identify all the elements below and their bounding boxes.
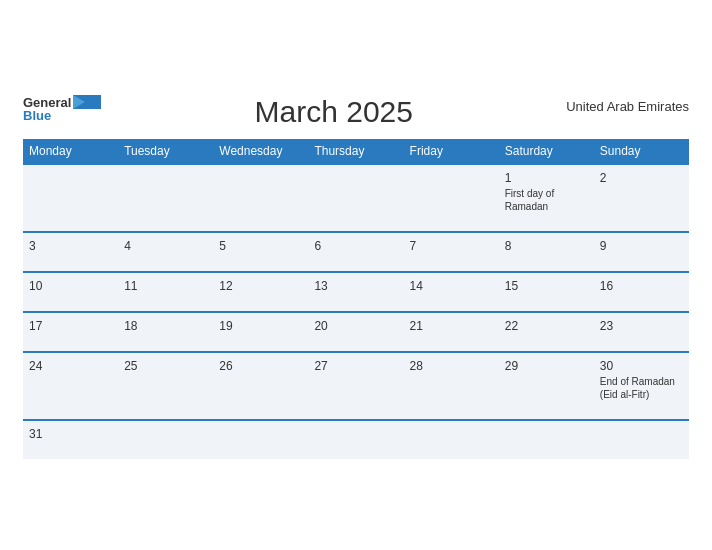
day-number: 16 <box>600 279 683 293</box>
day-cell <box>404 420 499 459</box>
day-number: 2 <box>600 171 683 185</box>
week-row-1: 3456789 <box>23 232 689 272</box>
day-number: 25 <box>124 359 207 373</box>
day-cell <box>23 164 118 232</box>
day-number: 29 <box>505 359 588 373</box>
day-cell: 16 <box>594 272 689 312</box>
weekday-header-row: MondayTuesdayWednesdayThursdayFridaySatu… <box>23 139 689 164</box>
day-number: 22 <box>505 319 588 333</box>
day-cell <box>308 164 403 232</box>
day-number: 21 <box>410 319 493 333</box>
logo-general-text: General <box>23 96 71 109</box>
day-number: 6 <box>314 239 397 253</box>
day-cell <box>213 164 308 232</box>
day-number: 7 <box>410 239 493 253</box>
day-number: 1 <box>505 171 588 185</box>
day-cell: 27 <box>308 352 403 420</box>
weekday-header-friday: Friday <box>404 139 499 164</box>
day-cell: 3 <box>23 232 118 272</box>
day-cell <box>308 420 403 459</box>
day-number: 24 <box>29 359 112 373</box>
day-number: 8 <box>505 239 588 253</box>
day-number: 9 <box>600 239 683 253</box>
day-cell: 2 <box>594 164 689 232</box>
day-number: 11 <box>124 279 207 293</box>
day-cell: 13 <box>308 272 403 312</box>
week-row-2: 10111213141516 <box>23 272 689 312</box>
day-cell <box>213 420 308 459</box>
day-number: 26 <box>219 359 302 373</box>
weekday-header-tuesday: Tuesday <box>118 139 213 164</box>
day-cell: 31 <box>23 420 118 459</box>
day-number: 18 <box>124 319 207 333</box>
day-number: 14 <box>410 279 493 293</box>
day-cell: 30End of Ramadan (Eid al-Fitr) <box>594 352 689 420</box>
weekday-header-wednesday: Wednesday <box>213 139 308 164</box>
day-number: 10 <box>29 279 112 293</box>
day-number: 12 <box>219 279 302 293</box>
day-cell: 14 <box>404 272 499 312</box>
day-cell <box>594 420 689 459</box>
day-number: 31 <box>29 427 112 441</box>
header: General Blue March 2025 United Arab Emir… <box>23 95 689 129</box>
calendar-container: General Blue March 2025 United Arab Emir… <box>11 79 701 471</box>
country-name: United Arab Emirates <box>566 95 689 114</box>
day-cell: 10 <box>23 272 118 312</box>
day-cell: 8 <box>499 232 594 272</box>
day-number: 17 <box>29 319 112 333</box>
day-cell: 7 <box>404 232 499 272</box>
day-cell: 1First day of Ramadan <box>499 164 594 232</box>
day-cell: 9 <box>594 232 689 272</box>
logo-blue-text: Blue <box>23 109 51 122</box>
day-cell: 24 <box>23 352 118 420</box>
calendar-table: MondayTuesdayWednesdayThursdayFridaySatu… <box>23 139 689 459</box>
weekday-header-sunday: Sunday <box>594 139 689 164</box>
week-row-4: 24252627282930End of Ramadan (Eid al-Fit… <box>23 352 689 420</box>
week-row-5: 31 <box>23 420 689 459</box>
logo-flag-icon <box>73 95 101 109</box>
day-cell: 22 <box>499 312 594 352</box>
day-cell: 25 <box>118 352 213 420</box>
day-event-label: End of Ramadan (Eid al-Fitr) <box>600 375 683 401</box>
day-cell: 20 <box>308 312 403 352</box>
day-number: 20 <box>314 319 397 333</box>
day-cell: 5 <box>213 232 308 272</box>
day-cell: 4 <box>118 232 213 272</box>
day-number: 23 <box>600 319 683 333</box>
day-number: 28 <box>410 359 493 373</box>
day-cell: 15 <box>499 272 594 312</box>
day-cell: 11 <box>118 272 213 312</box>
day-number: 15 <box>505 279 588 293</box>
day-number: 19 <box>219 319 302 333</box>
day-cell: 12 <box>213 272 308 312</box>
day-number: 5 <box>219 239 302 253</box>
day-cell: 26 <box>213 352 308 420</box>
day-cell <box>499 420 594 459</box>
day-number: 13 <box>314 279 397 293</box>
day-cell: 17 <box>23 312 118 352</box>
day-number: 4 <box>124 239 207 253</box>
day-cell: 29 <box>499 352 594 420</box>
weekday-header-thursday: Thursday <box>308 139 403 164</box>
day-number: 27 <box>314 359 397 373</box>
day-cell: 6 <box>308 232 403 272</box>
day-cell <box>404 164 499 232</box>
day-cell <box>118 420 213 459</box>
day-cell: 21 <box>404 312 499 352</box>
week-row-3: 17181920212223 <box>23 312 689 352</box>
day-number: 30 <box>600 359 683 373</box>
logo: General Blue <box>23 95 101 122</box>
weekday-header-saturday: Saturday <box>499 139 594 164</box>
day-event-label: First day of Ramadan <box>505 187 588 213</box>
day-cell: 23 <box>594 312 689 352</box>
day-cell <box>118 164 213 232</box>
calendar-title: March 2025 <box>101 95 566 129</box>
day-cell: 28 <box>404 352 499 420</box>
day-number: 3 <box>29 239 112 253</box>
day-cell: 18 <box>118 312 213 352</box>
weekday-header-monday: Monday <box>23 139 118 164</box>
day-cell: 19 <box>213 312 308 352</box>
week-row-0: 1First day of Ramadan2 <box>23 164 689 232</box>
